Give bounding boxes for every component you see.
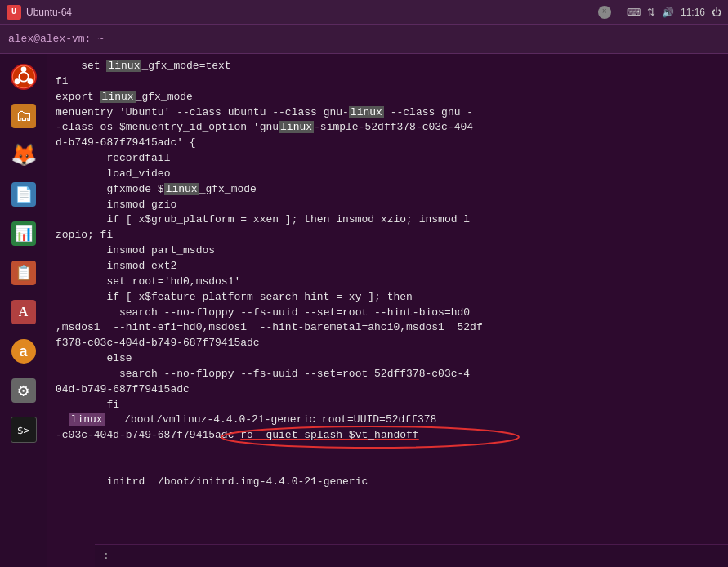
highlight-linux-3: linux (349, 106, 384, 118)
terminal-line-17: search --no-floppy --fs-uuid --set=root … (56, 306, 720, 321)
terminal-line-23: fi (56, 398, 720, 413)
terminal-line-25: -c03c-404d-b749-687f79415adc ro quiet sp… (56, 428, 720, 475)
terminal-line-1: set linux_gfx_mode=text (56, 59, 720, 74)
sidebar-item-font-viewer[interactable]: A (6, 294, 42, 330)
terminal-line-26: initrd /boot/initrd.img-4.4.0-21-generic (56, 475, 720, 490)
terminal-line-3: export linux_gfx_mode (56, 90, 720, 105)
sidebar-item-amazon[interactable]: a (6, 333, 42, 369)
terminal-line-24: linux /boot/vmlinuz-4.4.0-21-generic roo… (56, 413, 720, 428)
terminal-line-19: f378-c03c-404d-b749-687f79415adc (56, 336, 720, 351)
terminal-line-20: else (56, 351, 720, 367)
terminal-line-14: insmod ext2 (56, 259, 720, 275)
titlebar-right: ⌨ ⇅ 🔊 11:16 ⏻ (627, 7, 721, 18)
terminal-line-2: fi (56, 74, 720, 90)
power-icon: ⏻ (712, 7, 721, 18)
terminal-content[interactable]: set linux_gfx_mode=text fi export linux_… (47, 54, 728, 567)
sidebar-item-terminal[interactable]: $> (6, 412, 42, 448)
terminal-line-18: ,msdos1 --hint-efi=hd0,msdos1 --hint-bar… (56, 320, 720, 336)
highlight-linux-5: linux (164, 183, 199, 195)
svg-point-1 (20, 66, 26, 72)
sidebar-item-ubuntu[interactable] (6, 59, 42, 95)
arrows-icon: ⇅ (647, 7, 655, 18)
sidebar-item-settings[interactable]: ⚙ (6, 373, 42, 409)
sidebar-item-calc[interactable]: 📊 (6, 216, 42, 252)
highlight-linux-2: linux (100, 91, 136, 103)
terminal-line-9: gfxmode $linux_gfx_mode (56, 182, 720, 198)
prompt-bar: alex@alex-vm: ~ (0, 25, 728, 54)
terminal-line-12: zopio; fi (56, 228, 720, 243)
sidebar-item-files[interactable]: 🗂 (6, 98, 42, 134)
sidebar-item-writer[interactable]: 📄 (6, 176, 42, 212)
terminal-line-11: if [ x$grub_platform = xxen ]; then insm… (56, 212, 720, 228)
title-bar: U Ubuntu-64 × ⌨ ⇅ 🔊 11:16 ⏻ (0, 0, 728, 25)
terminal-line-16: if [ x$feature_platform_search_hint = xy… (56, 290, 720, 306)
bottom-bar: : (95, 544, 728, 567)
main-layout: 🗂 🦊 📄 📊 📋 A a ⚙ $> (0, 54, 728, 567)
terminal-line-13: insmod part_msdos (56, 243, 720, 259)
sidebar: 🗂 🦊 📄 📊 📋 A a ⚙ $> (0, 54, 47, 567)
terminal-line-7: recordfail (56, 151, 720, 167)
highlight-linux-4: linux (279, 121, 314, 133)
app-icon: U (7, 5, 21, 20)
terminal-line-6: d-b749-687f79415adc' { (56, 136, 720, 151)
keyboard-icon: ⌨ (627, 7, 641, 18)
terminal-line-15: set root='hd0,msdos1' (56, 275, 720, 290)
sidebar-item-firefox[interactable]: 🦊 (6, 137, 42, 173)
window-title: Ubuntu-64 (26, 7, 593, 18)
time-display: 11:16 (681, 7, 705, 18)
terminal-line-10: insmod gzio (56, 198, 720, 213)
highlight-linux-1: linux (106, 60, 141, 72)
terminal-line-21: search --no-floppy --fs-uuid --set=root … (56, 367, 720, 382)
bottom-prompt: : (103, 550, 109, 562)
highlight-linux-cmd: linux (69, 413, 105, 426)
terminal-line-22: 04d-b749-687f79415adc (56, 382, 720, 398)
terminal-line-4: menuentry 'Ubuntu' --class ubuntu --clas… (56, 105, 720, 121)
volume-icon: 🔊 (662, 7, 674, 18)
prompt-text: alex@alex-vm: ~ (8, 33, 720, 45)
terminal-line-8: load_video (56, 167, 720, 182)
terminal-line-5: -class os $menuentry_id_option 'gnulinux… (56, 120, 720, 136)
close-button[interactable]: × (598, 6, 611, 19)
sidebar-item-impress[interactable]: 📋 (6, 255, 42, 291)
